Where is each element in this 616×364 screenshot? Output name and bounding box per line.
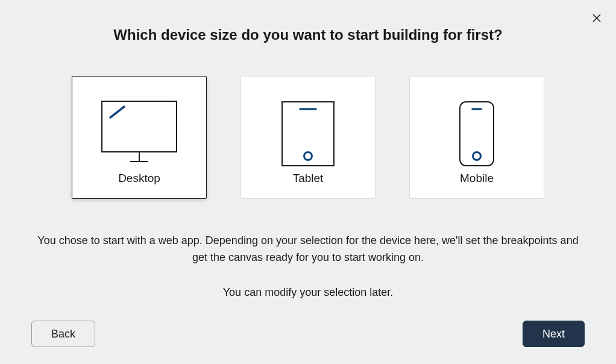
tablet-icon xyxy=(281,101,335,167)
svg-line-5 xyxy=(110,107,124,118)
device-option-mobile[interactable]: Mobile xyxy=(409,76,544,199)
svg-point-11 xyxy=(473,152,481,160)
device-option-label: Mobile xyxy=(460,172,494,185)
device-option-label: Desktop xyxy=(118,172,160,185)
mobile-icon xyxy=(459,101,494,167)
description-line-1: You chose to start with a web app. Depen… xyxy=(36,233,580,266)
svg-point-8 xyxy=(304,152,312,160)
back-button[interactable]: Back xyxy=(31,321,95,347)
device-option-tablet[interactable]: Tablet xyxy=(240,76,376,199)
dialog-description: You chose to start with a web app. Depen… xyxy=(0,233,616,301)
svg-rect-9 xyxy=(460,102,494,166)
dialog-footer: Back Next xyxy=(0,321,616,347)
next-button[interactable]: Next xyxy=(523,321,585,347)
desktop-icon xyxy=(101,101,177,167)
description-line-2: You can modify your selection later. xyxy=(36,284,580,301)
svg-rect-2 xyxy=(102,101,177,152)
close-button[interactable] xyxy=(591,12,603,24)
svg-rect-6 xyxy=(282,102,334,166)
device-option-label: Tablet xyxy=(293,172,324,185)
device-options: Desktop Tablet Mobile xyxy=(0,76,616,199)
dialog-title: Which device size do you want to start b… xyxy=(0,0,616,46)
device-option-desktop[interactable]: Desktop xyxy=(72,76,207,199)
close-icon xyxy=(591,13,602,24)
